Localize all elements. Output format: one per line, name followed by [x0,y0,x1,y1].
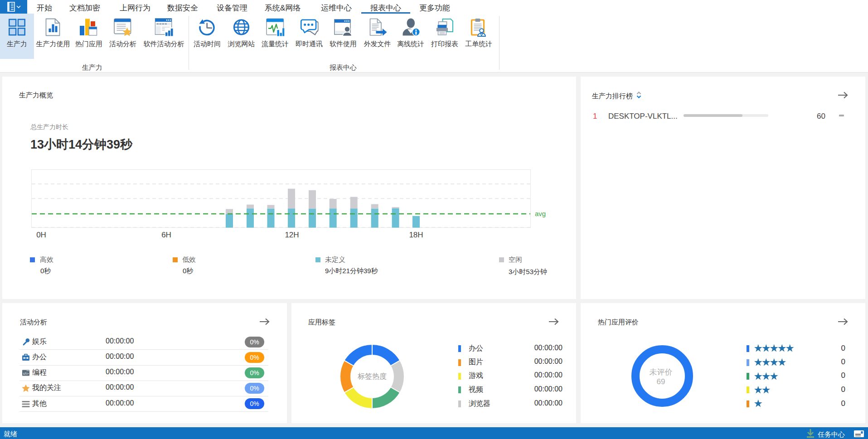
svg-text:0H: 0H [36,231,46,239]
svg-text:18H: 18H [409,231,423,239]
svg-text:12H: 12H [285,231,299,239]
svg-text:6H: 6H [161,231,171,239]
svg-text:c/\>: c/\> [23,371,29,376]
